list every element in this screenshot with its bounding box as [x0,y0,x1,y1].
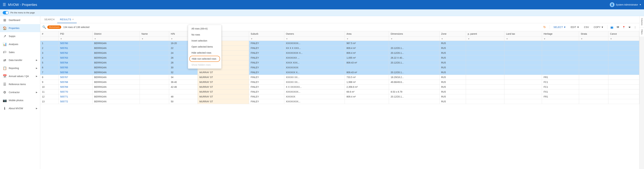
dropdown-hide-nonselected[interactable]: Hide non-selected rows [190,56,220,62]
dropdown-no-rows[interactable]: No rows [188,32,221,38]
dropdown-invert-selection[interactable]: Invert selection [188,38,221,44]
dropdown-all-rows[interactable]: All rows (Alt+A) [188,26,221,32]
select-dropdown-menu: All rows (Alt+A) No rows Invert selectio… [188,25,222,69]
dropdown-overlay[interactable] [0,0,644,169]
dropdown-open-selected[interactable]: Open selected items [188,44,221,50]
dropdown-hide-selected[interactable]: Hide selected rows [188,50,221,56]
dropdown-show-hidden: Show hidden rows [188,62,221,68]
